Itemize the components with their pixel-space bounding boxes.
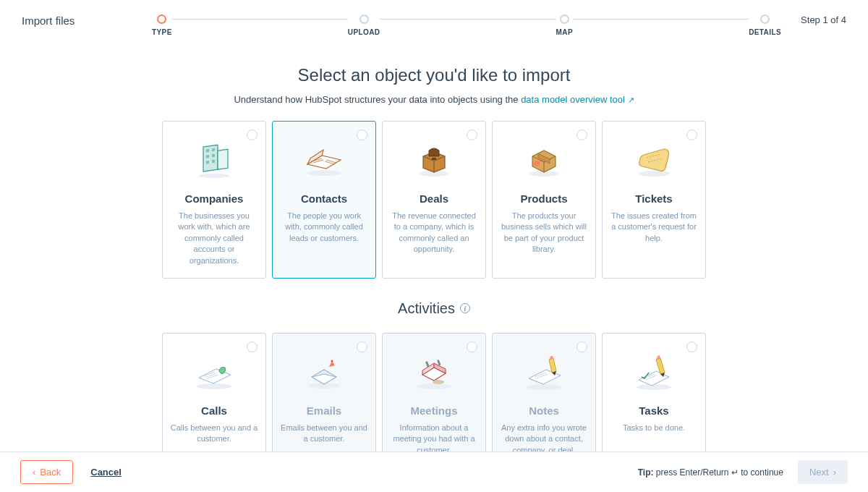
step-name: DETAILS: [749, 28, 781, 36]
radio-button[interactable]: [357, 130, 367, 140]
activities-heading: Activities: [398, 300, 455, 317]
svg-point-31: [527, 384, 561, 390]
svg-rect-15: [432, 158, 436, 160]
card-description: The products your business sells which w…: [500, 211, 588, 255]
object-card-deals[interactable]: Deals The revenue connected to a company…: [382, 121, 486, 279]
svg-rect-4: [206, 155, 209, 158]
radio-button[interactable]: [247, 130, 258, 140]
notes-icon: [500, 347, 588, 397]
activity-card-notes[interactable]: Notes Any extra info you wrote down abou…: [492, 333, 596, 468]
svg-rect-1: [218, 149, 228, 169]
step-circle: [359, 14, 369, 24]
card-title: Tasks: [610, 404, 698, 417]
radio-button[interactable]: [686, 342, 697, 352]
activity-card-calls[interactable]: Calls Calls between you and a customer.: [162, 333, 266, 468]
svg-rect-3: [212, 148, 215, 152]
radio-button[interactable]: [576, 342, 587, 352]
card-title: Contacts: [280, 192, 368, 205]
svg-point-9: [307, 170, 341, 176]
svg-rect-7: [212, 160, 215, 164]
card-title: Calls: [170, 404, 258, 417]
card-description: The businesses you work with, which are …: [170, 211, 258, 266]
step-indicator: Step 1 of 4: [781, 14, 846, 25]
step-type: TYPE: [152, 14, 172, 36]
tasks-icon: [610, 347, 698, 397]
card-description: The people you work with, commonly calle…: [280, 211, 368, 244]
card-title: Meetings: [390, 404, 478, 417]
step-circle: [157, 14, 166, 24]
page-title: Import files: [22, 14, 152, 27]
card-description: The revenue connected to a company, whic…: [390, 211, 478, 255]
card-title: Emails: [280, 404, 368, 417]
chevron-left-icon: ‹: [33, 467, 35, 478]
object-card-companies[interactable]: Companies The businesses you work with, …: [162, 121, 266, 279]
card-description: Calls between you and a customer.: [170, 423, 258, 445]
step-name: UPLOAD: [348, 28, 380, 36]
svg-point-26: [331, 360, 333, 362]
step-name: MAP: [556, 28, 573, 36]
products-icon: [500, 135, 588, 185]
activity-card-meetings[interactable]: Meetings Information about a meeting you…: [382, 333, 486, 468]
card-title: Deals: [390, 192, 478, 205]
contacts-icon: [280, 135, 368, 185]
main-heading: Select an object you'd like to import: [0, 65, 868, 85]
deals-icon: [390, 135, 478, 185]
card-description: Tasks to be done.: [610, 423, 698, 433]
meetings-icon: [390, 347, 478, 397]
svg-point-27: [417, 383, 451, 389]
cancel-link[interactable]: Cancel: [90, 467, 122, 478]
step-circle: [760, 14, 770, 24]
svg-point-17: [534, 161, 540, 166]
calls-icon: [170, 347, 258, 397]
card-description: Emails between you and a customer.: [280, 423, 368, 445]
step-map: MAP: [556, 14, 573, 36]
tickets-icon: [610, 135, 698, 185]
object-card-tickets[interactable]: Tickets The issues created from a custom…: [602, 121, 706, 279]
object-card-products[interactable]: Products The products your business sell…: [492, 121, 596, 279]
info-icon[interactable]: i: [460, 303, 470, 313]
subtitle: Understand how HubSpot structures your d…: [0, 94, 868, 105]
svg-point-21: [197, 383, 231, 389]
step-details: DETAILS: [749, 14, 781, 36]
subtitle-prefix: Understand how HubSpot structures your d…: [234, 94, 521, 105]
next-label: Next: [809, 467, 829, 478]
activity-card-emails[interactable]: Emails Emails between you and a customer…: [272, 333, 376, 468]
object-card-contacts[interactable]: Contacts The people you work with, commo…: [272, 121, 376, 279]
data-model-link[interactable]: data model overview tool ↗: [521, 94, 634, 105]
card-description: The issues created from a customer's req…: [610, 211, 698, 244]
card-title: Tickets: [610, 192, 698, 205]
svg-point-8: [198, 174, 230, 178]
chevron-right-icon: ›: [833, 467, 836, 478]
svg-point-34: [637, 384, 671, 390]
stepper: TYPEUPLOADMAPDETAILS: [152, 14, 781, 43]
card-title: Companies: [170, 192, 258, 205]
radio-button[interactable]: [357, 342, 367, 352]
card-title: Notes: [500, 404, 588, 417]
svg-rect-2: [206, 149, 209, 153]
radio-button[interactable]: [467, 130, 477, 140]
card-title: Products: [500, 192, 588, 205]
next-button[interactable]: Next ›: [798, 460, 848, 484]
footer: ‹ Back Cancel Tip: press Enter/Return ↵ …: [0, 451, 868, 492]
step-circle: [560, 14, 569, 24]
radio-button[interactable]: [247, 342, 258, 352]
radio-button[interactable]: [576, 130, 587, 140]
svg-point-30: [433, 380, 444, 384]
back-label: Back: [40, 467, 61, 478]
activity-card-tasks[interactable]: Tasks Tasks to be done.: [602, 333, 706, 468]
radio-button[interactable]: [467, 342, 477, 352]
companies-icon: [170, 135, 258, 185]
svg-rect-5: [212, 154, 215, 158]
svg-rect-28: [425, 361, 430, 368]
step-name: TYPE: [152, 28, 172, 36]
svg-rect-6: [206, 161, 209, 164]
svg-point-18: [638, 171, 670, 177]
tip-text: Tip: press Enter/Return ↵ to continue: [638, 467, 783, 478]
external-link-icon: ↗: [628, 96, 634, 104]
svg-rect-0: [203, 145, 218, 171]
step-upload: UPLOAD: [348, 14, 380, 36]
radio-button[interactable]: [686, 130, 697, 140]
emails-icon: [280, 347, 368, 397]
back-button[interactable]: ‹ Back: [20, 460, 73, 484]
